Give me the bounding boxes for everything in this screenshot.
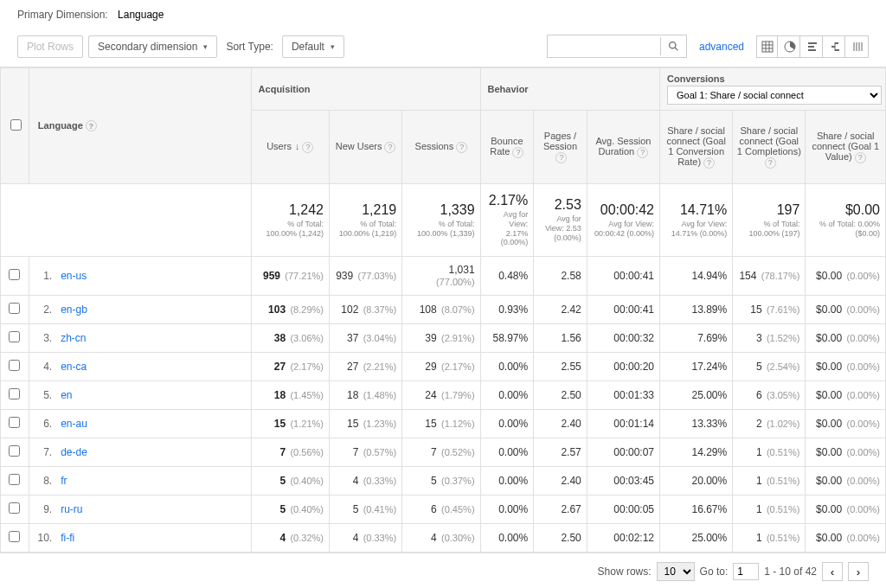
col-language[interactable]: Language <box>38 120 83 131</box>
help-icon[interactable] <box>634 146 648 157</box>
help-icon[interactable] <box>382 141 395 151</box>
table-controls: Plot Rows Secondary dimension Sort Type:… <box>0 29 886 67</box>
row-index: 5. <box>29 381 55 410</box>
svg-rect-13 <box>831 46 835 48</box>
select-all-checkbox[interactable] <box>10 119 22 131</box>
prev-page-button[interactable]: ‹ <box>822 562 843 581</box>
show-rows-label: Show rows: <box>598 566 652 578</box>
col-pages-session[interactable]: Pages / Session <box>543 131 577 151</box>
help-icon[interactable] <box>453 141 467 151</box>
search-box <box>547 35 687 58</box>
table-row: 5.en18 (1.45%)18 (1.48%)24 (1.79%)0.00%2… <box>1 381 886 410</box>
table-row: 10.fi-fi4 (0.32%)4 (0.33%)4 (0.30%)0.00%… <box>1 524 886 553</box>
page-range: 1 - 10 of 42 <box>764 566 817 578</box>
help-icon[interactable] <box>299 141 313 151</box>
rows-per-page-select[interactable]: 10 <box>657 562 695 581</box>
language-link[interactable]: en-us <box>61 270 87 282</box>
header-conversions: Conversions <box>667 74 725 84</box>
view-table-icon[interactable] <box>757 36 778 57</box>
table-row: 4.en-ca27 (2.17%)27 (2.21%)29 (2.17%)0.0… <box>1 353 886 381</box>
pagination: Show rows: 10 Go to: 1 - 10 of 42 ‹ › <box>0 553 886 588</box>
header-acquisition: Acquisition <box>259 84 311 94</box>
language-link[interactable]: zh-cn <box>61 332 86 344</box>
view-pivot-icon[interactable] <box>847 36 868 57</box>
next-page-button[interactable]: › <box>848 562 869 581</box>
language-link[interactable]: fr <box>61 475 67 487</box>
table-row: 9.ru-ru5 (0.40%)5 (0.41%)6 (0.45%)0.00%2… <box>1 495 886 524</box>
svg-line-1 <box>675 48 677 50</box>
table-row: 7.de-de7 (0.56%)7 (0.57%)7 (0.52%)0.00%2… <box>1 438 886 467</box>
table-row: 2.en-gb103 (8.29%)102 (8.37%)108 (8.07%)… <box>1 296 886 324</box>
row-checkbox[interactable] <box>9 388 20 399</box>
language-link[interactable]: en-gb <box>61 304 87 316</box>
col-sessions[interactable]: Sessions <box>415 141 454 151</box>
plot-rows-button: Plot Rows <box>17 35 83 58</box>
search-button[interactable] <box>660 37 686 55</box>
language-link[interactable]: en-au <box>61 418 87 430</box>
language-link[interactable]: en-ca <box>61 361 87 373</box>
row-index: 2. <box>29 296 55 324</box>
svg-rect-2 <box>762 42 773 52</box>
svg-rect-12 <box>835 42 838 44</box>
row-index: 6. <box>29 410 55 438</box>
col-new-users[interactable]: New Users <box>336 141 382 151</box>
search-input[interactable] <box>548 35 660 57</box>
col-goal-value[interactable]: Share / social connect (Goal 1 Value) <box>812 131 879 162</box>
help-icon[interactable] <box>762 157 776 167</box>
view-comparison-icon[interactable] <box>825 36 845 57</box>
search-icon <box>668 41 679 52</box>
language-link[interactable]: fi-fi <box>61 532 74 544</box>
col-goal-conv[interactable]: Share / social connect (Goal 1 Conversio… <box>666 125 725 167</box>
row-checkbox[interactable] <box>9 417 20 428</box>
summary-row: 1,242% of Total: 100.00% (1,242) 1,219% … <box>1 184 886 257</box>
view-pie-icon[interactable] <box>780 36 800 57</box>
secondary-dimension-dropdown[interactable]: Secondary dimension <box>88 35 217 58</box>
view-performance-icon[interactable] <box>802 36 823 57</box>
view-toggle-group <box>756 35 869 58</box>
row-index: 1. <box>29 257 55 296</box>
row-checkbox[interactable] <box>9 331 20 342</box>
row-checkbox[interactable] <box>9 502 20 514</box>
row-index: 4. <box>29 353 55 381</box>
row-checkbox[interactable] <box>9 303 20 314</box>
help-icon[interactable] <box>510 146 523 157</box>
svg-point-0 <box>670 42 676 48</box>
row-checkbox[interactable] <box>9 531 20 542</box>
primary-dimension-value[interactable]: Language <box>118 9 164 21</box>
row-index: 10. <box>29 524 55 553</box>
language-link[interactable]: en <box>61 389 72 401</box>
goto-label: Go to: <box>700 566 729 578</box>
primary-dimension-bar: Primary Dimension: Language <box>0 0 886 29</box>
header-behavior: Behavior <box>488 84 529 94</box>
goto-input[interactable] <box>733 563 759 580</box>
primary-dimension-label: Primary Dimension: <box>17 9 108 21</box>
goal-select[interactable]: Goal 1: Share / social connect <box>667 86 882 105</box>
language-link[interactable]: de-de <box>61 446 87 458</box>
sort-type-dropdown[interactable]: Default <box>282 35 344 58</box>
sort-type-label: Sort Type: <box>226 41 273 53</box>
table-row: 6.en-au15 (1.21%)15 (1.23%)15 (1.12%)0.0… <box>1 410 886 438</box>
table-row: 8.fr5 (0.40%)4 (0.33%)5 (0.37%)0.00%2.40… <box>1 467 886 495</box>
help-icon[interactable] <box>83 120 97 131</box>
row-checkbox[interactable] <box>9 360 20 371</box>
advanced-link[interactable]: advanced <box>699 41 744 53</box>
row-checkbox[interactable] <box>9 445 20 457</box>
language-link[interactable]: ru-ru <box>61 503 82 515</box>
row-index: 7. <box>29 438 55 467</box>
col-goal-comp[interactable]: Share / social connect (Goal 1 Completio… <box>737 125 801 157</box>
row-index: 8. <box>29 467 55 495</box>
row-checkbox[interactable] <box>9 474 20 485</box>
table-row: 1.en-us959 (77.21%)939 (77.03%)1,031 (77… <box>1 257 886 296</box>
help-icon[interactable] <box>553 151 567 162</box>
table-row: 3.zh-cn38 (3.06%)37 (3.04%)39 (2.91%)58.… <box>1 324 886 353</box>
data-table: Language Acquisition Behavior Conversion… <box>0 67 886 553</box>
col-users[interactable]: Users <box>266 141 299 151</box>
help-icon[interactable] <box>852 151 866 162</box>
svg-rect-14 <box>835 49 839 51</box>
help-icon[interactable] <box>701 157 715 167</box>
row-checkbox[interactable] <box>9 269 20 280</box>
row-index: 3. <box>29 324 55 353</box>
row-index: 9. <box>29 495 55 524</box>
